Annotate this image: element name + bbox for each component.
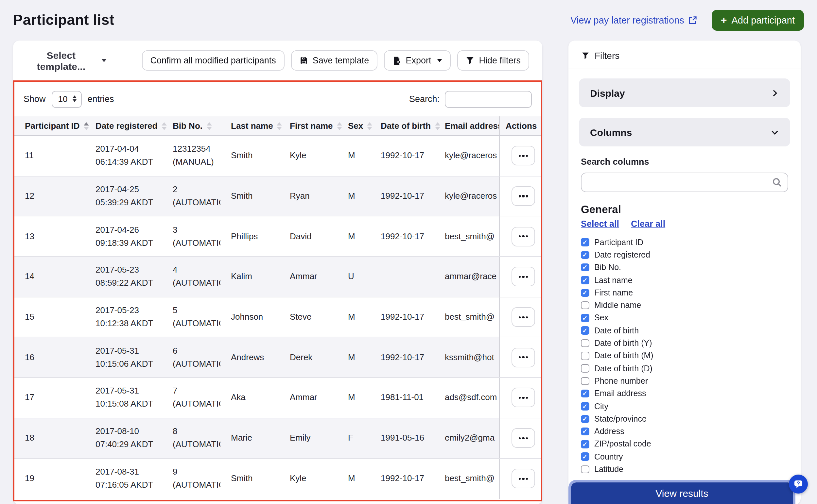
checkbox-unchecked-icon[interactable] bbox=[581, 377, 589, 385]
ellipsis-icon bbox=[526, 155, 528, 157]
checkbox-unchecked-icon[interactable] bbox=[581, 465, 589, 473]
column-checkbox-bib-no[interactable]: Bib No. bbox=[581, 261, 788, 274]
row-actions-button[interactable] bbox=[512, 146, 535, 166]
search-columns-input[interactable] bbox=[581, 173, 788, 192]
hide-filters-button[interactable]: Hide filters bbox=[457, 50, 529, 71]
page-size-select[interactable]: 10 bbox=[52, 91, 82, 108]
checkbox-checked-icon[interactable] bbox=[581, 289, 589, 297]
checkbox-label: Sex bbox=[594, 313, 608, 323]
cell-text: 07:40:29 AKDT bbox=[95, 438, 162, 451]
row-actions-button[interactable] bbox=[512, 348, 535, 367]
cell-date-of-birth: 1991-05-16 bbox=[370, 418, 434, 458]
select-all-link[interactable]: Select all bbox=[581, 219, 619, 229]
column-checkbox-middle-name[interactable]: Middle name bbox=[581, 299, 788, 312]
column-checkbox-date-of-birth[interactable]: Date of birth bbox=[581, 324, 788, 337]
cell-text: Kyle bbox=[290, 472, 337, 485]
cell-text: (AUTOMATIC) bbox=[173, 236, 220, 249]
column-checkbox-phone-number[interactable]: Phone number bbox=[581, 375, 788, 388]
column-checkbox-address[interactable]: Address bbox=[581, 425, 788, 438]
checkbox-checked-icon[interactable] bbox=[581, 440, 589, 448]
help-icon: ? bbox=[793, 479, 804, 490]
row-actions-button[interactable] bbox=[512, 307, 535, 327]
search-input[interactable] bbox=[445, 91, 532, 108]
search-columns-label: Search columns bbox=[581, 157, 788, 167]
column-checkbox-date-of-birth-y[interactable]: Date of birth (Y) bbox=[581, 337, 788, 350]
column-checkbox-email-address[interactable]: Email address bbox=[581, 387, 788, 400]
help-button[interactable]: ? bbox=[789, 475, 808, 494]
checkbox-checked-icon[interactable] bbox=[581, 415, 589, 423]
checkbox-checked-icon[interactable] bbox=[581, 276, 589, 284]
view-pay-later-link[interactable]: View pay later registrations bbox=[570, 15, 697, 25]
export-button[interactable]: Export bbox=[384, 50, 451, 71]
column-header-email-address[interactable]: Email address bbox=[434, 116, 499, 135]
checkbox-checked-icon[interactable] bbox=[581, 327, 589, 335]
cell-email-address: kssmith@hot bbox=[434, 338, 499, 377]
column-header-participant-id[interactable]: Participant ID bbox=[14, 116, 85, 135]
column-checkbox-country[interactable]: Country bbox=[581, 450, 788, 463]
page-header: Participant list View pay later registra… bbox=[13, 0, 804, 41]
column-checkbox-last-name[interactable]: Last name bbox=[581, 274, 788, 287]
column-header-last-name[interactable]: Last name bbox=[220, 116, 279, 135]
checkbox-checked-icon[interactable] bbox=[581, 314, 589, 322]
column-header-sex[interactable]: Sex bbox=[337, 116, 370, 135]
checkbox-unchecked-icon[interactable] bbox=[581, 364, 589, 373]
checkbox-checked-icon[interactable] bbox=[581, 238, 589, 246]
column-checkbox-zip-postal-code[interactable]: ZIP/postal code bbox=[581, 438, 788, 451]
ellipsis-icon bbox=[526, 276, 528, 278]
chevron-down-icon bbox=[771, 128, 779, 136]
clear-all-link[interactable]: Clear all bbox=[631, 219, 665, 229]
cell-actions bbox=[499, 338, 541, 377]
ellipsis-icon bbox=[522, 316, 524, 318]
checkbox-checked-icon[interactable] bbox=[581, 453, 589, 461]
checkbox-checked-icon[interactable] bbox=[581, 390, 589, 398]
cell-date-registered: 2017-04-2505:39:29 AKDT bbox=[85, 176, 162, 216]
checkbox-checked-icon[interactable] bbox=[581, 402, 589, 411]
column-checkbox-participant-id[interactable]: Participant ID bbox=[581, 236, 788, 249]
checkbox-label: Phone number bbox=[594, 377, 648, 386]
column-checkbox-date-registered[interactable]: Date registered bbox=[581, 249, 788, 261]
checkbox-unchecked-icon[interactable] bbox=[581, 352, 589, 360]
checkbox-checked-icon[interactable] bbox=[581, 428, 589, 436]
row-actions-button[interactable] bbox=[512, 428, 535, 448]
row-actions-button[interactable] bbox=[512, 388, 535, 408]
row-actions-button[interactable] bbox=[512, 267, 535, 287]
column-checkbox-first-name[interactable]: First name bbox=[581, 286, 788, 299]
column-checkbox-latitude[interactable]: Latitude bbox=[581, 463, 788, 476]
add-participant-button[interactable]: + Add participant bbox=[712, 10, 804, 31]
checkbox-unchecked-icon[interactable] bbox=[581, 339, 589, 347]
columns-section-content: Search columns General Select all Clear … bbox=[579, 157, 790, 476]
column-checkbox-state-province[interactable]: State/province bbox=[581, 412, 788, 425]
checkbox-checked-icon[interactable] bbox=[581, 263, 589, 272]
row-actions-button[interactable] bbox=[512, 469, 535, 489]
column-header-date-registered[interactable]: Date registered bbox=[85, 116, 162, 135]
cell-text: M bbox=[348, 391, 370, 404]
save-template-button[interactable]: Save template bbox=[291, 50, 378, 71]
cell-text: Andrews bbox=[231, 351, 279, 364]
ellipsis-icon bbox=[519, 356, 520, 358]
row-actions-button[interactable] bbox=[512, 186, 535, 206]
column-header-date-of-birth[interactable]: Date of birth bbox=[370, 116, 434, 135]
table-row: 122017-04-2505:39:29 AKDT2(AUTOMATIC)Smi… bbox=[14, 176, 541, 216]
row-actions-button[interactable] bbox=[512, 227, 535, 246]
checkbox-unchecked-icon[interactable] bbox=[581, 301, 589, 310]
column-checkbox-date-of-birth-d[interactable]: Date of birth (D) bbox=[581, 362, 788, 375]
show-label: Show bbox=[24, 94, 46, 104]
checkbox-checked-icon[interactable] bbox=[581, 251, 589, 259]
cell-email-address: ads@sdf.com bbox=[434, 378, 499, 417]
confirm-all-button[interactable]: Confirm all modified participants bbox=[142, 50, 284, 71]
column-checkbox-sex[interactable]: Sex bbox=[581, 312, 788, 325]
columns-section-toggle[interactable]: Columns bbox=[579, 118, 790, 146]
filters-panel-header: Filters bbox=[569, 41, 801, 69]
entries-label: entries bbox=[88, 94, 114, 104]
display-section-toggle[interactable]: Display bbox=[579, 78, 790, 107]
column-header-first-name[interactable]: First name bbox=[279, 116, 337, 135]
column-checkbox-city[interactable]: City bbox=[581, 400, 788, 413]
column-checkbox-date-of-birth-m[interactable]: Date of birth (M) bbox=[581, 349, 788, 362]
cell-first-name: Ammar bbox=[279, 257, 337, 296]
cell-text: 10:15:08 AKDT bbox=[95, 398, 162, 411]
view-results-button[interactable]: View results bbox=[571, 482, 793, 504]
checkbox-label: First name bbox=[594, 288, 633, 297]
select-template-dropdown[interactable]: Select template... bbox=[26, 49, 107, 72]
ellipsis-icon bbox=[522, 276, 524, 278]
column-header-bib-no[interactable]: Bib No. bbox=[162, 116, 220, 135]
